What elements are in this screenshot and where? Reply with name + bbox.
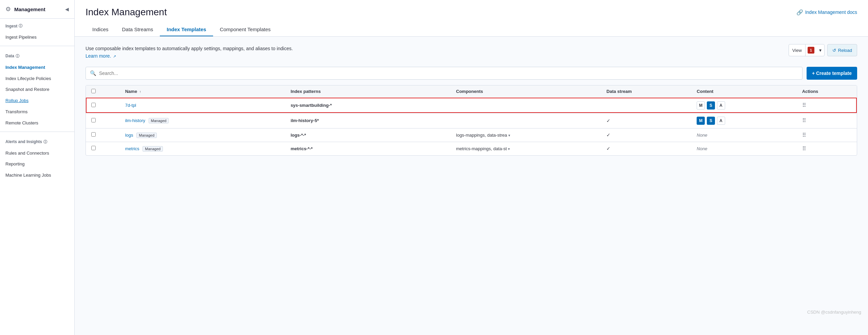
td-name-logs: logs Managed [120, 128, 285, 142]
create-template-button[interactable]: + Create template [807, 67, 857, 80]
actions-menu-ilm-history[interactable]: ⠿ [802, 118, 807, 123]
content-badge-M-ilm[interactable]: M [697, 117, 705, 125]
content-badge-A-7d-tpl[interactable]: A [717, 101, 725, 110]
components-chevron-metrics[interactable]: ▾ [508, 147, 510, 151]
content-area: Use composable index templates to automa… [75, 37, 868, 335]
td-datastream-ilm-history: ✓ [601, 113, 691, 128]
content-badge-M-7d-tpl[interactable]: M [697, 101, 705, 110]
td-checkbox-metrics [86, 142, 120, 155]
content-badge-S-ilm[interactable]: S [707, 117, 715, 125]
td-checkbox-7d-tpl [86, 98, 120, 113]
actions-menu-logs[interactable]: ⠿ [802, 132, 807, 138]
select-all-checkbox[interactable] [91, 89, 96, 93]
view-button[interactable]: View 1 ▾ [789, 44, 825, 56]
td-patterns-logs: logs-*-* [285, 128, 451, 142]
chevron-down-icon[interactable]: ▾ [816, 44, 824, 56]
sidebar-item-transforms[interactable]: Transforms [0, 106, 74, 118]
table-container: Name ↑ Index patterns Components Data st… [86, 85, 857, 156]
tab-indices[interactable]: Indices [86, 23, 115, 36]
gear-icon: ⚙ [5, 5, 11, 13]
sidebar-item-rollup-jobs[interactable]: Rollup Jobs [0, 95, 74, 106]
td-actions-logs: ⠿ [797, 128, 857, 142]
th-index-patterns[interactable]: Index patterns [285, 85, 451, 98]
docs-link-icon: 🔗 [796, 9, 803, 16]
sidebar-divider-1 [0, 46, 74, 46]
th-name[interactable]: Name ↑ [120, 85, 285, 98]
components-chevron-logs[interactable]: ▾ [508, 133, 510, 137]
page-title: Index Management [86, 7, 167, 18]
td-actions-metrics: ⠿ [797, 142, 857, 155]
td-patterns-7d-tpl: sys-smartbuilding-* [285, 98, 451, 113]
td-name-7d-tpl: 7d-tpl [120, 98, 285, 113]
main-header: Index Management 🔗 Index Management docs… [75, 0, 868, 37]
row-checkbox-metrics[interactable] [91, 146, 96, 150]
title-row: Index Management 🔗 Index Management docs [86, 7, 857, 18]
ingest-info-icon: ⓘ [19, 23, 22, 28]
td-patterns-metrics: metrics-*-* [285, 142, 451, 155]
description-text: Use composable index templates to automa… [86, 45, 293, 60]
th-components[interactable]: Components [451, 85, 601, 98]
td-datastream-logs: ✓ [601, 128, 691, 142]
sidebar-item-snapshot-restore[interactable]: Snapshot and Restore [0, 84, 74, 95]
row-checkbox-7d-tpl[interactable] [91, 103, 96, 107]
view-button-label[interactable]: View [789, 44, 806, 56]
actions-menu-7d-tpl[interactable]: ⠿ [802, 102, 807, 108]
sidebar-item-remote-clusters[interactable]: Remote Clusters [0, 118, 74, 129]
reload-button[interactable]: ↺ Reload [827, 44, 857, 56]
table-header: Name ↑ Index patterns Components Data st… [86, 85, 857, 98]
td-name-ilm-history: ilm-history Managed [120, 113, 285, 128]
table-row: ilm-history Managed ilm-history-5* ✓ M [86, 113, 857, 128]
search-box[interactable]: 🔍 [86, 67, 803, 80]
row-link-7d-tpl[interactable]: 7d-tpl [125, 103, 136, 108]
search-input[interactable] [99, 71, 798, 76]
tab-index-templates[interactable]: Index Templates [160, 23, 213, 36]
sort-icon: ↑ [139, 90, 141, 94]
reload-icon: ↺ [832, 48, 836, 53]
sidebar-item-rules-connectors[interactable]: Rules and Connectors [0, 148, 74, 159]
content-badge-A-ilm[interactable]: A [717, 117, 725, 125]
td-datastream-metrics: ✓ [601, 142, 691, 155]
learn-more-link[interactable]: Learn more. ↗ [86, 53, 116, 59]
row-checkbox-logs[interactable] [91, 132, 96, 137]
td-content-metrics: None [691, 142, 796, 155]
alerts-info-icon: ⓘ [43, 139, 47, 144]
table-row: metrics Managed metrics-*-* metrics-mapp… [86, 142, 857, 155]
td-content-logs: None [691, 128, 796, 142]
actions-menu-metrics[interactable]: ⠿ [802, 146, 807, 152]
tab-component-templates[interactable]: Component Templates [213, 23, 278, 36]
row-link-metrics[interactable]: metrics [125, 146, 139, 151]
search-row: 🔍 + Create template [86, 67, 857, 80]
th-actions: Actions [797, 85, 857, 98]
sidebar-item-index-management[interactable]: Index Management [0, 62, 74, 73]
content-badge-S-7d-tpl[interactable]: S [707, 101, 715, 110]
managed-badge-ilm-history: Managed [149, 118, 169, 123]
sidebar-item-index-lifecycle-policies[interactable]: Index Lifecycle Policies [0, 73, 74, 84]
sidebar-section-title-alerts: Alerts and Insights ⓘ [5, 139, 69, 144]
sidebar-item-ingest-pipelines[interactable]: Ingest Pipelines [0, 32, 74, 43]
external-link-icon: ↗ [113, 54, 116, 58]
td-actions-ilm-history: ⠿ [797, 113, 857, 128]
sidebar-section-data: Data ⓘ [0, 49, 74, 62]
docs-link[interactable]: 🔗 Index Management docs [796, 9, 857, 16]
sidebar-item-ml-jobs[interactable]: Machine Learning Jobs [0, 170, 74, 181]
tab-data-streams[interactable]: Data Streams [115, 23, 160, 36]
row-link-ilm-history[interactable]: ilm-history [125, 118, 145, 123]
docs-link-label: Index Management docs [805, 9, 857, 15]
tabs-nav: Indices Data Streams Index Templates Com… [86, 23, 857, 36]
data-info-icon: ⓘ [16, 54, 19, 59]
actions-row: View 1 ▾ ↺ Reload [789, 44, 857, 56]
sidebar-section-alerts: Alerts and Insights ⓘ [0, 135, 74, 148]
sidebar-section-title-ingest: Ingest ⓘ [5, 23, 69, 28]
checkmark-logs: ✓ [606, 132, 610, 138]
sidebar-collapse-button[interactable]: ◀ [65, 6, 69, 12]
table-body: 7d-tpl sys-smartbuilding-* M S A [86, 98, 857, 155]
th-data-stream[interactable]: Data stream [601, 85, 691, 98]
row-checkbox-ilm-history[interactable] [91, 118, 96, 122]
row-link-logs[interactable]: logs [125, 133, 133, 138]
sidebar-section-title-data: Data ⓘ [5, 54, 69, 59]
sidebar-divider-2 [0, 132, 74, 132]
sidebar-item-reporting[interactable]: Reporting [0, 159, 74, 170]
table-row: logs Managed logs-*-* logs-mappings, dat… [86, 128, 857, 142]
td-checkbox-ilm-history [86, 113, 120, 128]
th-content[interactable]: Content [691, 85, 796, 98]
